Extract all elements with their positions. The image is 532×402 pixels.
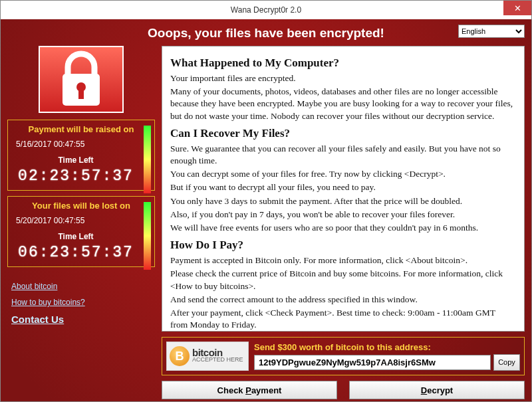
svg-rect-2 [78, 88, 84, 99]
countdown-raised-timer: 02:23:57:37 [12, 167, 150, 185]
countdown-lost-timer: 06:23:57:37 [12, 244, 150, 261]
body-text: You can decrypt some of your files for f… [170, 168, 515, 180]
app-window: Wana Decrypt0r 2.0 ✕ Ooops, your files h… [0, 0, 532, 402]
window-title: Wana Decrypt0r 2.0 [1, 5, 531, 15]
body-text: But if you want to decrypt all your file… [170, 181, 515, 193]
section-heading: How Do I Pay? [170, 238, 515, 253]
progress-bar-icon [144, 126, 151, 193]
body-text: You only have 3 days to submit the payme… [170, 195, 515, 207]
bitcoin-address-field[interactable] [254, 355, 491, 370]
headline: Ooops, your files have been encrypted! [7, 26, 525, 41]
body-text: And send the correct amount to the addre… [170, 294, 515, 306]
content-area: Ooops, your files have been encrypted! E… [1, 19, 531, 401]
countdown-payment-raised: Payment will be raised on 5/16/2017 00:4… [7, 120, 155, 191]
ransom-note-text[interactable]: What Happened to My Computer? Your impor… [162, 46, 525, 332]
lock-icon [39, 46, 124, 113]
countdown-raised-date: 5/16/2017 00:47:55 [12, 140, 150, 149]
bitcoin-badge-icon: B bitcoin ACCEPTED HERE [166, 342, 249, 371]
body-text: Your important files are encrypted. [170, 72, 515, 84]
body-text: Please check the current price of Bitcoi… [170, 268, 515, 292]
time-left-label: Time Left [12, 155, 150, 165]
countdown-lost-title: Your files will be lost on [12, 201, 150, 211]
close-button[interactable]: ✕ [503, 1, 531, 15]
countdown-raised-title: Payment will be raised on [12, 124, 150, 134]
bitcoin-badge-top: bitcoin [192, 350, 243, 356]
decrypt-button[interactable]: Decrypt [349, 381, 525, 399]
left-panel: Payment will be raised on 5/16/2017 00:4… [7, 46, 155, 332]
language-select[interactable]: English [458, 25, 525, 38]
check-payment-button[interactable]: Check Payment [162, 381, 337, 399]
bitcoin-badge-bottom: ACCEPTED HERE [192, 356, 243, 363]
body-text: Many of your documents, photos, videos, … [170, 86, 515, 122]
contact-us-link[interactable]: Contact Us [11, 314, 155, 325]
countdown-lost-date: 5/20/2017 00:47:55 [12, 216, 150, 225]
send-bitcoin-label: Send $300 worth of bitcoin to this addre… [254, 342, 520, 352]
copy-button[interactable]: Copy [493, 354, 520, 371]
bitcoin-coin-icon: B [170, 346, 190, 366]
time-left-label: Time Left [12, 232, 150, 241]
bitcoin-payment-panel: B bitcoin ACCEPTED HERE Send $300 worth … [162, 337, 525, 375]
body-text: Payment is accepted in Bitcoin only. For… [170, 254, 515, 266]
body-text: Sure. We guarantee that you can recover … [170, 143, 515, 167]
close-icon: ✕ [514, 3, 521, 13]
about-bitcoin-link[interactable]: About bitcoin [11, 282, 155, 291]
countdown-files-lost: Your files will be lost on 5/20/2017 00:… [7, 196, 155, 267]
body-text: After your payment, click <Check Payment… [170, 307, 515, 331]
how-to-buy-bitcoins-link[interactable]: How to buy bitcoins? [11, 298, 155, 307]
section-heading: Can I Recover My Files? [170, 126, 515, 142]
progress-bar-icon [144, 202, 151, 270]
titlebar[interactable]: Wana Decrypt0r 2.0 ✕ [1, 1, 531, 19]
body-text: We will have free events for users who a… [170, 222, 515, 234]
body-text: Also, if you don't pay in 7 days, you wo… [170, 209, 515, 221]
section-heading: What Happened to My Computer? [170, 56, 515, 71]
